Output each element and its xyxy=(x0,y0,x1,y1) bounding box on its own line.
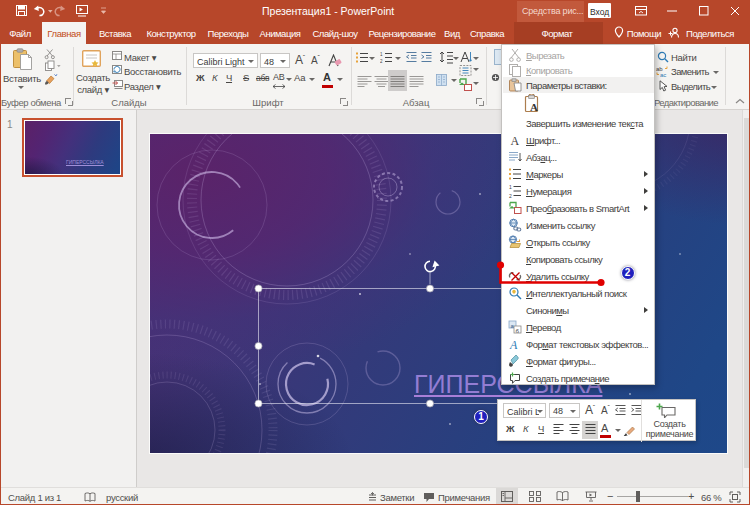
svg-text:ac: ac xyxy=(660,72,666,78)
svg-text:2: 2 xyxy=(509,193,512,199)
svg-text:2: 2 xyxy=(380,59,383,63)
svg-text:A: A xyxy=(530,101,538,113)
svg-text:1: 1 xyxy=(509,184,512,190)
svg-text:1: 1 xyxy=(380,52,383,57)
svg-text:A: A xyxy=(511,134,520,147)
svg-text:A: A xyxy=(509,338,518,351)
